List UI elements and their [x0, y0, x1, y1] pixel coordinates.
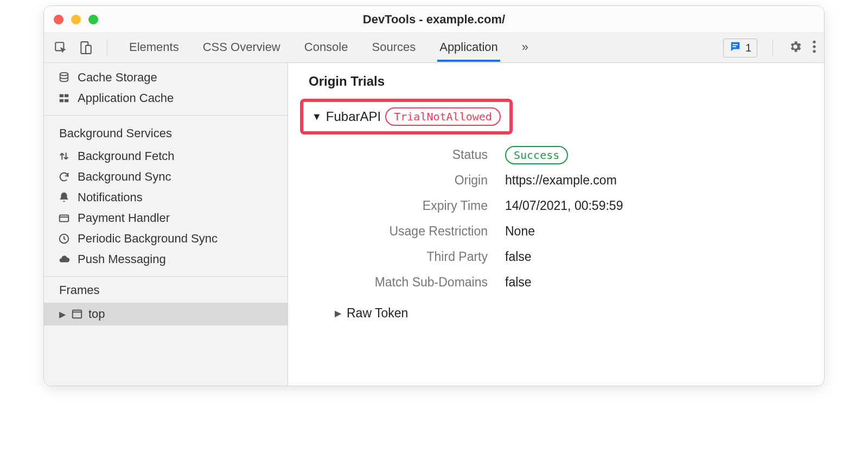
svg-rect-15	[73, 310, 82, 318]
section-title: Origin Trials	[309, 74, 809, 89]
sidebar-item-cache-storage[interactable]: Cache Storage	[44, 67, 288, 88]
caret-down-icon[interactable]: ▼	[312, 111, 322, 123]
svg-rect-4	[732, 46, 736, 47]
sidebar-section-cache: Cache Storage Application Cache	[44, 63, 288, 116]
sidebar-item-label: Application Cache	[78, 91, 174, 105]
svg-point-7	[813, 50, 815, 53]
appcache-icon	[57, 92, 71, 104]
sidebar-heading-frames: Frames	[44, 277, 288, 303]
application-sidebar: Cache Storage Application Cache Backgrou…	[44, 63, 288, 386]
issues-count: 1	[745, 42, 751, 54]
field-value-third-party: false	[505, 250, 809, 264]
field-label-match-subdomains: Match Sub-Domains	[314, 275, 488, 290]
svg-point-5	[813, 41, 815, 43]
svg-point-6	[813, 45, 815, 48]
tab-application[interactable]: Application	[437, 34, 500, 62]
sidebar-item-payment-handler[interactable]: Payment Handler	[44, 208, 288, 228]
field-label-expiry: Expiry Time	[314, 199, 488, 213]
updown-arrows-icon	[57, 150, 71, 162]
sidebar-item-notifications[interactable]: Notifications	[44, 187, 288, 208]
sidebar-item-label: Notifications	[78, 190, 143, 205]
field-value-status: Success	[505, 148, 809, 162]
issues-badge[interactable]: 1	[723, 39, 757, 58]
sidebar-item-label: Payment Handler	[78, 211, 170, 225]
devtools-window: DevTools - example.com/ Elements CSS Ove…	[43, 5, 825, 386]
trial-name: FubarAPI	[326, 109, 381, 124]
sidebar-item-label: Periodic Background Sync	[78, 232, 218, 246]
caret-right-icon: ▶	[335, 308, 341, 318]
sidebar-item-label: Cache Storage	[78, 71, 157, 85]
clock-icon	[57, 233, 71, 245]
svg-point-8	[60, 73, 68, 76]
close-window-button[interactable]	[54, 15, 63, 24]
device-toolbar-icon[interactable]	[76, 39, 95, 57]
panel-body: Cache Storage Application Cache Backgrou…	[44, 63, 824, 386]
sidebar-section-frames: Frames ▶ top	[44, 277, 288, 325]
status-success-badge: Success	[505, 146, 568, 164]
svg-rect-9	[60, 94, 63, 98]
issues-icon	[729, 41, 741, 55]
svg-rect-11	[60, 99, 63, 103]
database-icon	[57, 72, 71, 84]
raw-token-row[interactable]: ▶ Raw Token	[335, 306, 809, 321]
toolbar-right: 1	[723, 39, 816, 58]
more-options-button[interactable]	[812, 40, 816, 56]
inspect-element-icon[interactable]	[52, 39, 70, 57]
sidebar-item-background-sync[interactable]: Background Sync	[44, 167, 288, 187]
svg-rect-2	[86, 46, 91, 54]
tab-sources[interactable]: Sources	[369, 34, 418, 62]
field-label-usage: Usage Restriction	[314, 224, 488, 239]
svg-rect-3	[732, 44, 737, 45]
sidebar-item-periodic-bg-sync[interactable]: Periodic Background Sync	[44, 228, 288, 249]
caret-right-icon: ▶	[59, 309, 66, 320]
raw-token-label: Raw Token	[347, 306, 408, 321]
traffic-lights	[54, 15, 98, 24]
field-label-status: Status	[314, 148, 488, 162]
origin-trials-panel: Origin Trials ▼ FubarAPI TrialNotAllowed…	[288, 63, 824, 386]
tabs-overflow-button[interactable]: »	[520, 34, 531, 62]
tab-css-overview[interactable]: CSS Overview	[201, 34, 283, 62]
svg-rect-10	[65, 94, 68, 98]
sidebar-item-label: Background Sync	[78, 170, 171, 184]
credit-card-icon	[57, 212, 71, 224]
sidebar-section-background-services: Background Services Background Fetch Bac…	[44, 116, 288, 277]
sidebar-item-application-cache[interactable]: Application Cache	[44, 88, 288, 108]
frame-label: top	[88, 307, 105, 321]
sidebar-item-background-fetch[interactable]: Background Fetch	[44, 146, 288, 167]
window-title: DevTools - example.com/	[44, 12, 824, 27]
toolbar-divider-right	[773, 40, 773, 56]
devtools-toolbar: Elements CSS Overview Console Sources Ap…	[44, 33, 824, 63]
toolbar-left: Elements CSS Overview Console Sources Ap…	[52, 34, 531, 62]
sidebar-item-label: Background Fetch	[78, 149, 175, 163]
field-value-origin: https://example.com	[505, 173, 809, 188]
trial-details: Status Success Origin https://example.co…	[314, 148, 809, 290]
minimize-window-button[interactable]	[71, 15, 81, 24]
titlebar: DevTools - example.com/	[44, 6, 824, 33]
frame-icon	[71, 308, 83, 320]
field-value-expiry: 14/07/2021, 00:59:59	[505, 199, 809, 213]
trial-row-highlight: ▼ FubarAPI TrialNotAllowed	[300, 99, 513, 135]
tab-elements[interactable]: Elements	[127, 34, 181, 62]
sidebar-heading-background-services: Background Services	[44, 120, 288, 146]
settings-button[interactable]	[788, 40, 802, 56]
field-value-usage: None	[505, 224, 809, 239]
maximize-window-button[interactable]	[88, 15, 98, 24]
cloud-icon	[57, 253, 71, 265]
tab-console[interactable]: Console	[302, 34, 350, 62]
svg-rect-13	[60, 215, 69, 222]
sidebar-item-label: Push Messaging	[78, 252, 166, 266]
bell-icon	[57, 191, 71, 203]
svg-rect-12	[65, 99, 68, 103]
sidebar-item-push-messaging[interactable]: Push Messaging	[44, 249, 288, 270]
toolbar-divider	[107, 40, 107, 56]
panel-tabs: Elements CSS Overview Console Sources Ap…	[127, 34, 531, 62]
field-label-origin: Origin	[314, 173, 488, 188]
field-label-third-party: Third Party	[314, 250, 488, 264]
trial-status-badge: TrialNotAllowed	[385, 107, 501, 126]
field-value-match-subdomains: false	[505, 275, 809, 290]
sync-icon	[57, 171, 71, 183]
frame-top-row[interactable]: ▶ top	[44, 303, 288, 325]
